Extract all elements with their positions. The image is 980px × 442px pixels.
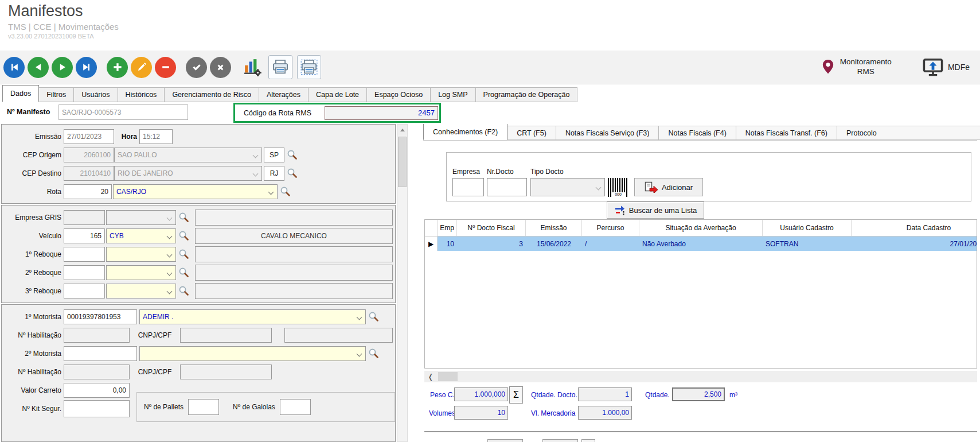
motorista2-search-icon[interactable] [368, 348, 379, 359]
empresa-gris-select[interactable] [106, 210, 176, 225]
next-record-button[interactable] [52, 57, 73, 78]
motorista1-search-icon[interactable] [368, 311, 379, 322]
tab-programacao-de-operacao[interactable]: Programação de Operação [476, 87, 578, 102]
sum-button[interactable]: Σ [509, 386, 523, 404]
col-usuario-cadastro[interactable]: Usuário Cadastro [763, 220, 852, 236]
table-row[interactable]: ▶ 10 3 15/06/2022 / Não Averbado SOFTRAN… [425, 236, 977, 251]
confirm-button[interactable] [186, 57, 207, 78]
reboque2-search-icon[interactable] [178, 267, 189, 278]
reboque3-codigo-field[interactable] [64, 284, 105, 298]
last-record-button[interactable] [76, 57, 97, 78]
empresa-gris-search-icon[interactable] [178, 212, 189, 223]
veiculo-codigo-field[interactable]: 165 [64, 228, 105, 243]
tab-espaco-ocioso[interactable]: Espaço Ocioso [367, 87, 431, 102]
cep-destino-field[interactable]: 21010410 [64, 166, 114, 181]
chart-settings-button[interactable] [241, 55, 265, 79]
reboque3-select[interactable] [106, 284, 176, 298]
cep-destino-search-icon[interactable] [287, 168, 298, 179]
add-record-button[interactable] [107, 57, 128, 78]
first-record-button[interactable] [3, 57, 25, 78]
tab-protocolo[interactable]: Protocolo [837, 126, 980, 140]
tab-notas-fiscais-servico[interactable]: Notas Fiscais Serviço (F3) [556, 126, 659, 140]
col-emissao[interactable]: Emissão [526, 220, 582, 236]
scrollbar-thumb[interactable] [398, 137, 407, 187]
reboque2-select[interactable] [106, 265, 176, 280]
cep-destino-uf-field[interactable]: RJ [264, 166, 284, 181]
scrollbar-up-button[interactable] [397, 125, 407, 135]
cep-origem-field[interactable]: 2060100 [64, 148, 114, 162]
row-emissao: Emissão 27/01/2023 Hora 15:12 [4, 128, 393, 145]
monitoramento-rms-button[interactable]: Monitoramento RMS [821, 57, 892, 77]
rota-rms-field[interactable]: 2457 [325, 106, 438, 120]
mdfe-button[interactable]: MDFe [923, 58, 970, 76]
adicionar-button[interactable]: Adicionar [634, 178, 703, 196]
empresa-gris-descricao-box [195, 210, 393, 226]
tab-capa-de-lote[interactable]: Capa de Lote [309, 87, 367, 102]
empresa-input[interactable] [452, 178, 484, 196]
tab-usuarios[interactable]: Usuários [74, 87, 118, 102]
qtdade-unit-label: m³ [729, 391, 737, 399]
habilitacao2-label: Nº Habilitação [4, 368, 64, 376]
tab-crt[interactable]: CRT (F5) [507, 126, 556, 140]
motorista1-codigo-field[interactable]: 00019397801953 [64, 309, 137, 324]
tab-gerenciamento-de-risco[interactable]: Gerenciamento de Risco [165, 87, 259, 102]
print-preview-button[interactable] [297, 55, 321, 79]
form-scrollbar[interactable] [397, 124, 408, 442]
ctrb-no-field[interactable] [542, 439, 578, 442]
veiculo-search-icon[interactable] [178, 230, 189, 241]
emissao-field[interactable]: 27/01/2023 [64, 129, 114, 144]
tab-dados[interactable]: Dados [2, 85, 39, 102]
tipo-docto-select[interactable] [530, 178, 605, 196]
col-situacao-averbacao[interactable]: Situação da Averbação [639, 220, 763, 236]
edit-record-button[interactable] [131, 57, 152, 78]
buscar-lista-button[interactable]: Buscar de uma Lista [607, 201, 704, 219]
horizontal-scrollbar-thumb[interactable] [438, 372, 458, 381]
tab-log-smp[interactable]: Log SMP [431, 87, 475, 102]
cep-destino-city-select[interactable]: RIO DE JANEIRO [114, 166, 262, 181]
table-horizontal-scrollbar[interactable]: ❬ [424, 371, 977, 382]
veiculo-placa-select[interactable]: CYB [106, 228, 176, 243]
chevron-down-icon [253, 152, 259, 158]
ctrb-field[interactable] [487, 439, 523, 442]
print-button[interactable] [268, 55, 292, 79]
tab-notas-fiscais-transf[interactable]: Notas Fiscais Transf. (F6) [736, 126, 837, 140]
veiculo-tipo-box: CAVALO MECANICO [195, 228, 393, 244]
reboque3-search-icon[interactable] [178, 285, 189, 296]
cep-origem-uf-field[interactable]: SP [264, 148, 284, 162]
col-emp[interactable]: Emp [438, 220, 457, 236]
rota-search-icon[interactable] [280, 186, 291, 197]
pallets-field[interactable] [188, 399, 219, 415]
cep-origem-city-select[interactable]: SAO PAULO [114, 148, 262, 162]
reboque2-codigo-field[interactable] [64, 265, 105, 280]
manifest-number-field[interactable]: SAO/RJO-0005573 [58, 104, 188, 120]
hora-field[interactable]: 15:12 [139, 129, 173, 144]
nr-docto-input[interactable] [487, 178, 527, 196]
reboque1-select[interactable] [106, 247, 176, 262]
previous-record-button[interactable] [28, 57, 49, 78]
ctrb-button[interactable] [581, 439, 595, 442]
reboque1-codigo-field[interactable] [64, 247, 105, 262]
reboque1-search-icon[interactable] [178, 249, 189, 259]
kit-segur-field[interactable] [64, 400, 130, 417]
tab-notas-fiscais[interactable]: Notas Fiscais (F4) [659, 126, 736, 140]
tab-filtros[interactable]: Filtros [39, 87, 74, 102]
col-percurso[interactable]: Percurso [582, 220, 639, 236]
cep-origem-search-icon[interactable] [287, 149, 298, 160]
tab-alteracoes[interactable]: Alterações [259, 87, 309, 102]
delete-record-button[interactable] [155, 57, 176, 78]
tab-historicos[interactable]: Históricos [118, 87, 165, 102]
barcode-icon[interactable]: 000 [608, 178, 628, 197]
motorista2-codigo-field[interactable] [64, 346, 137, 361]
gaiolas-field[interactable] [280, 399, 311, 415]
rota-codigo-field[interactable]: 20 [64, 184, 112, 199]
empresa-gris-codigo-field[interactable] [64, 210, 105, 225]
col-data-cadastro[interactable]: Data Cadastro [852, 220, 977, 236]
motorista1-nome-select[interactable]: ADEMIR . [139, 309, 366, 324]
scroll-left-button[interactable]: ❬ [424, 371, 437, 382]
rota-select[interactable]: CAS/RJO [113, 184, 278, 199]
motorista2-nome-select[interactable] [139, 346, 366, 361]
cancel-button[interactable] [210, 57, 231, 78]
valor-carreto-field[interactable]: 0,00 [64, 383, 130, 398]
tab-conhecimentos[interactable]: Conhecimentos (F2) [423, 124, 507, 140]
col-docto-fiscal[interactable]: Nº Docto Fiscal [457, 220, 526, 236]
